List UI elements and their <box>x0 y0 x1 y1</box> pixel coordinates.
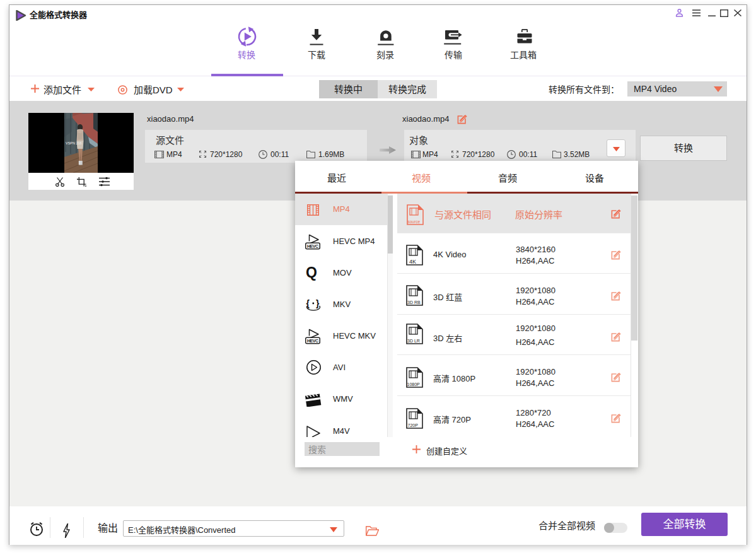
svg-text:1080P: 1080P <box>407 382 421 387</box>
svg-text:}: } <box>316 298 320 308</box>
svg-text:720P: 720P <box>408 423 419 428</box>
svg-text:3D LR: 3D LR <box>407 339 420 343</box>
svg-text:HEVC: HEVC <box>307 244 318 248</box>
svg-text:VSPN 216: VSPN 216 <box>66 141 82 145</box>
svg-text:{: { <box>306 298 310 308</box>
svg-text:4K: 4K <box>409 259 416 265</box>
svg-text:3D RB: 3D RB <box>407 300 421 305</box>
svg-text:HEVC: HEVC <box>307 339 318 343</box>
svg-text:source: source <box>408 219 421 224</box>
